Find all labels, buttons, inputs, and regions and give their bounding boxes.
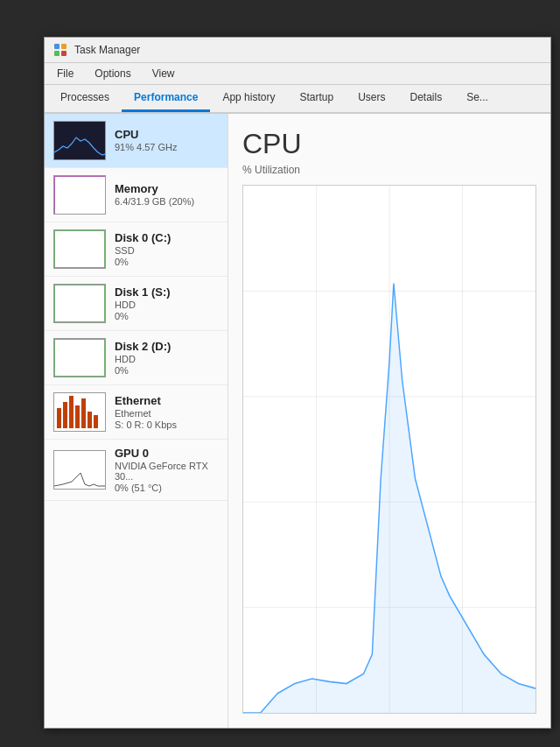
sidebar-item-disk0[interactable]: Disk 0 (C:) SSD 0%: [45, 222, 228, 277]
disk1-sub1: HDD: [115, 300, 171, 310]
sidebar-item-gpu[interactable]: GPU 0 NVIDIA GeForce RTX 30... 0% (51 °C…: [45, 440, 228, 501]
gpu-sub2: 0% (51 °C): [115, 483, 219, 493]
memory-sub: 6.4/31.9 GB (20%): [115, 196, 194, 207]
menu-view[interactable]: View: [149, 66, 178, 81]
sidebar: CPU 91% 4.57 GHz Memory 6.4/31.9 GB (20%…: [45, 114, 228, 728]
gpu-thumbnail: [53, 450, 106, 490]
cpu-sub: 91% 4.57 GHz: [115, 142, 178, 152]
svg-rect-1: [61, 44, 66, 49]
gpu-info: GPU 0 NVIDIA GeForce RTX 30... 0% (51 °C…: [115, 447, 219, 493]
disk2-title: Disk 2 (D:): [115, 340, 171, 353]
tab-app-history[interactable]: App history: [210, 85, 287, 112]
cpu-thumbnail: [53, 121, 106, 160]
gpu-title: GPU 0: [115, 447, 219, 460]
ethernet-title: Ethernet: [115, 394, 177, 407]
svg-rect-0: [54, 44, 60, 49]
svg-rect-5: [55, 177, 106, 215]
disk1-title: Disk 1 (S:): [115, 285, 171, 299]
tab-details[interactable]: Details: [397, 85, 454, 112]
disk2-sub2: 0%: [115, 365, 171, 376]
disk1-thumbnail: [53, 284, 106, 323]
disk2-info: Disk 2 (D:) HDD 0%: [115, 340, 171, 376]
svg-rect-3: [61, 51, 66, 56]
menu-file[interactable]: File: [53, 66, 77, 81]
sidebar-item-memory[interactable]: Memory 6.4/31.9 GB (20%): [45, 168, 228, 222]
sidebar-item-disk1[interactable]: Disk 1 (S:) HDD 0%: [45, 277, 228, 331]
ethernet-sub2: S: 0 R: 0 Kbps: [115, 419, 177, 430]
disk2-thumbnail: [53, 338, 106, 377]
disk0-info: Disk 0 (C:) SSD 0%: [115, 231, 171, 267]
main-subtitle: % Utilization: [242, 164, 536, 176]
disk1-sub2: 0%: [115, 311, 171, 321]
ethernet-info: Ethernet Ethernet S: 0 R: 0 Kbps: [115, 394, 177, 430]
disk0-sub1: SSD: [115, 245, 171, 256]
sidebar-item-cpu[interactable]: CPU 91% 4.57 GHz: [45, 114, 228, 168]
menu-options[interactable]: Options: [91, 66, 134, 81]
cpu-title: CPU: [115, 128, 178, 141]
tab-performance[interactable]: Performance: [122, 85, 210, 112]
cpu-info: CPU 91% 4.57 GHz: [115, 128, 178, 152]
tab-users[interactable]: Users: [346, 85, 397, 112]
disk0-title: Disk 0 (C:): [115, 231, 171, 244]
memory-info: Memory 6.4/31.9 GB (20%): [115, 182, 194, 207]
sidebar-item-disk2[interactable]: Disk 2 (D:) HDD 0%: [45, 331, 228, 385]
title-bar: Task Manager: [45, 38, 550, 63]
disk0-thumbnail: [53, 229, 106, 269]
task-manager-window: Task Manager File Options View Processes…: [44, 37, 551, 729]
tab-startup[interactable]: Startup: [287, 85, 346, 112]
content-area: CPU 91% 4.57 GHz Memory 6.4/31.9 GB (20%…: [45, 114, 550, 728]
disk0-sub2: 0%: [115, 257, 171, 267]
disk2-sub1: HDD: [115, 354, 171, 364]
memory-thumbnail: [53, 175, 106, 215]
memory-title: Memory: [115, 182, 194, 195]
menu-bar: File Options View: [45, 63, 550, 85]
tab-processes[interactable]: Processes: [48, 85, 122, 112]
ethernet-thumbnail: [53, 392, 106, 432]
sidebar-item-ethernet[interactable]: Ethernet Ethernet S: 0 R: 0 Kbps: [45, 385, 228, 440]
main-panel: CPU % Utilization: [228, 114, 550, 728]
svg-rect-6: [54, 451, 105, 489]
cpu-chart: [242, 185, 536, 714]
app-icon: [53, 43, 67, 57]
gpu-sub1: NVIDIA GeForce RTX 30...: [115, 461, 219, 482]
ethernet-sub1: Ethernet: [115, 408, 177, 419]
disk1-info: Disk 1 (S:) HDD 0%: [115, 285, 171, 321]
svg-rect-2: [54, 51, 60, 56]
window-title: Task Manager: [74, 44, 140, 56]
tab-services[interactable]: Se...: [454, 85, 500, 112]
main-title: CPU: [242, 128, 536, 160]
tab-bar: Processes Performance App history Startu…: [45, 85, 550, 114]
